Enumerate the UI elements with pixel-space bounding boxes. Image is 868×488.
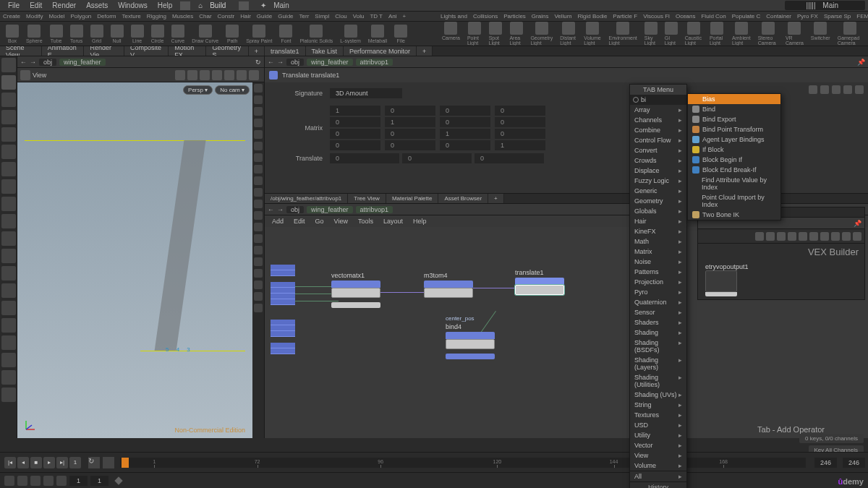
shelf-tool[interactable]: Metaball [365, 25, 390, 43]
tool-icon[interactable] [1, 93, 16, 107]
shelf-tab[interactable]: Deform [94, 13, 119, 20]
display-icon[interactable] [249, 70, 259, 80]
play-button[interactable]: ▸ [43, 457, 55, 468]
submenu-item[interactable]: Agent Layer Bindings [688, 134, 780, 145]
pane-tab[interactable]: Animation E [42, 46, 85, 56]
display-opt-icon[interactable] [254, 223, 263, 231]
shelf-tool[interactable]: Line [128, 25, 147, 43]
network-menu-item[interactable]: Tools [354, 218, 378, 225]
tab-menu-item[interactable]: Displace▸ [630, 166, 686, 176]
shelf-tool[interactable]: Grid [88, 25, 106, 43]
shelf-tool[interactable]: Font [276, 25, 295, 43]
shelf-tool[interactable]: File [391, 25, 410, 43]
vex-tool-icon[interactable] [842, 232, 851, 241]
signature-select[interactable]: 3D Amount [330, 88, 402, 98]
submenu-item[interactable]: Block End Break-If [688, 165, 780, 175]
shelf-tab[interactable]: Create [0, 13, 23, 20]
radial-main[interactable]: ✦ Main [255, 1, 299, 9]
tab-menu-item[interactable]: KineFX▸ [630, 226, 686, 236]
tab-menu-item[interactable]: Fuzzy Logic▸ [630, 176, 686, 186]
shelf-tool[interactable]: Path [223, 25, 242, 43]
realtime-icon[interactable] [103, 457, 114, 468]
display-opt-icon[interactable] [254, 95, 263, 104]
shelf-tab[interactable]: Container [763, 13, 794, 20]
forward-icon[interactable]: → [30, 59, 36, 66]
display-opt-icon[interactable] [254, 84, 263, 93]
tab-menu-item[interactable]: Shaders▸ [630, 317, 686, 328]
submenu-item[interactable]: If Block [688, 145, 780, 155]
shelf-tab[interactable]: Rigid Bodie [574, 13, 610, 20]
vex-tool-icon[interactable] [799, 232, 807, 241]
tool-icon[interactable] [1, 231, 16, 246]
tab-menu-item[interactable]: Pyro▸ [630, 287, 686, 297]
shelf-tab[interactable]: TD T [367, 13, 386, 20]
shelf-tab[interactable]: Texture [119, 13, 144, 20]
param-tool-icon[interactable] [820, 85, 829, 94]
param-tool-icon[interactable] [832, 85, 841, 94]
path-node[interactable]: wing_feather [307, 206, 353, 213]
pane-tab[interactable]: Scene View [0, 46, 42, 56]
tab-menu-item[interactable]: Noise▸ [630, 257, 686, 267]
tab-menu-item[interactable]: Math▸ [630, 236, 686, 247]
display-icon[interactable] [237, 70, 247, 80]
shelf-tool[interactable]: Curve [169, 25, 188, 43]
matrix-cell[interactable]: 0 [495, 106, 545, 116]
tab-menu-item[interactable]: Shading (Layers)▸ [630, 355, 686, 372]
next-frame-button[interactable]: ▸| [56, 457, 68, 468]
shelf-tool[interactable]: Volume Light [581, 22, 604, 46]
scrub-handle[interactable] [114, 476, 122, 484]
tool-icon[interactable] [1, 249, 16, 263]
shelf-tab[interactable]: Rigging [144, 13, 169, 20]
shelf-tab[interactable]: Fluid Con [698, 13, 728, 20]
display-opt-icon[interactable] [254, 269, 263, 278]
shelf-tool[interactable]: Circle [148, 25, 167, 43]
tab-menu-item[interactable]: Textures▸ [630, 410, 686, 420]
shelf-tab[interactable]: Particle F [610, 13, 640, 20]
last-frame-button[interactable]: 1 [69, 457, 81, 468]
tab-menu-item[interactable]: Volume▸ [630, 461, 686, 471]
tab-menu-item[interactable]: Utility▸ [630, 430, 686, 440]
tool-icon[interactable] [1, 370, 16, 385]
shelf-tool[interactable]: Portal Light [707, 22, 728, 46]
display-opt-icon[interactable] [254, 188, 263, 197]
menu-edit[interactable]: Edit [25, 1, 47, 9]
submenu-item[interactable]: Bind Point Transform [688, 124, 780, 134]
main-right[interactable]: ||||| Main [785, 1, 865, 10]
pane-tab[interactable]: + [249, 46, 265, 56]
shelf-tab[interactable]: Terr [297, 13, 312, 20]
network-menu-item[interactable]: Edit [289, 218, 310, 225]
pane-tab[interactable]: Render Vie [84, 46, 124, 56]
shelf-tab[interactable]: + [400, 13, 409, 20]
matrix-cell[interactable]: 1 [495, 140, 545, 150]
tool-icon[interactable] [1, 335, 16, 350]
menu-help[interactable]: Help [153, 1, 178, 9]
shelf-tool[interactable]: L-system [337, 25, 363, 43]
shelf-tool[interactable]: Torus [67, 25, 86, 43]
shelf-tool[interactable]: Spot Light [486, 22, 506, 46]
shelf-tab[interactable]: Ani [386, 13, 400, 20]
shelf-tab[interactable]: Constr [215, 13, 238, 20]
tab-menu-item[interactable]: USD▸ [630, 420, 686, 430]
network-menu-item[interactable]: View [330, 218, 352, 225]
tab-menu-item[interactable]: Shading (BSDFs)▸ [630, 338, 686, 355]
tab-menu-item[interactable]: Projection▸ [630, 277, 686, 287]
pane-tab[interactable]: translate1 [265, 46, 306, 56]
path-obj[interactable]: obj [286, 59, 304, 66]
shelf-tool[interactable]: Box [3, 25, 22, 43]
node-m3tom4[interactable]: m3tom4 [424, 272, 473, 298]
submenu-item[interactable]: Bind Export [688, 114, 780, 124]
shelf-tool[interactable]: Spray Paint [243, 25, 275, 43]
shelf-tool[interactable]: Tube [47, 25, 66, 43]
first-frame-button[interactable]: |◂ [4, 457, 16, 468]
tool-icon[interactable] [1, 214, 16, 228]
shelf-tab[interactable]: FEM [854, 13, 868, 20]
shelf-tool[interactable]: Platonic Solids [297, 25, 336, 43]
path-node[interactable]: wing_feather [59, 59, 106, 66]
path-obj[interactable]: obj [286, 206, 304, 213]
tab-menu-item[interactable]: Array▸ [630, 105, 686, 115]
submenu-item[interactable]: Block Begin If [688, 155, 780, 165]
display-opt-icon[interactable] [254, 165, 263, 174]
shelf-tab[interactable]: Guide [275, 13, 296, 20]
back-icon[interactable]: ← [268, 206, 274, 213]
shelf-tool[interactable]: Ambient Light [729, 22, 754, 46]
